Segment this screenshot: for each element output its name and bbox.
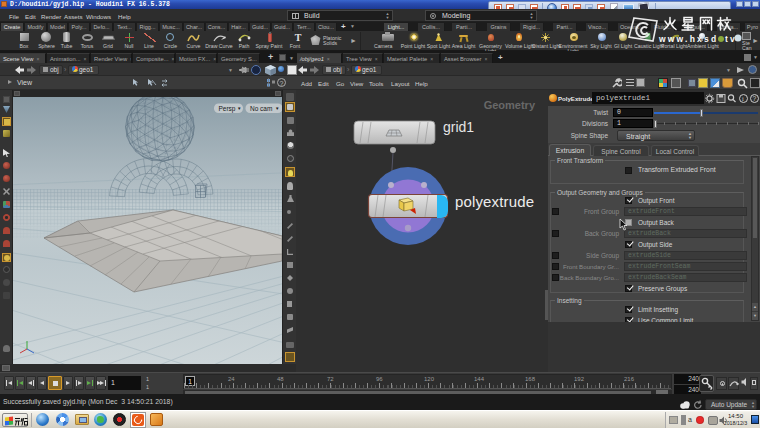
svg-text:▼: ▼ [237, 106, 241, 111]
svg-text:?: ? [753, 95, 757, 102]
svg-text:i: i [742, 95, 744, 102]
svg-text:www.hxsd: www.hxsd [658, 34, 718, 44]
svg-text:Persp: Persp [219, 105, 236, 113]
svg-text:▼: ▼ [275, 106, 279, 111]
svg-text:No cam: No cam [250, 105, 272, 112]
